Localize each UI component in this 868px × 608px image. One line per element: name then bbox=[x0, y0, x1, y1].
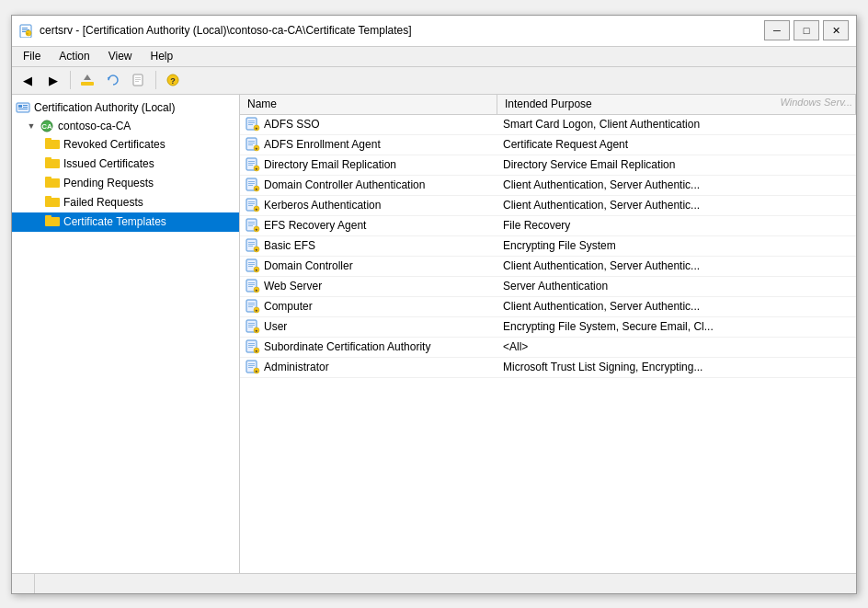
window-controls: ─ □ ✕ bbox=[764, 20, 849, 40]
export-icon bbox=[131, 73, 146, 87]
svg-rect-76 bbox=[248, 264, 255, 265]
svg-text:★: ★ bbox=[255, 227, 258, 232]
list-item[interactable]: ★ Directory Email Replication Directory … bbox=[240, 155, 856, 176]
list-item[interactable]: ★ ADFS SSO Smart Card Logon, Client Auth… bbox=[240, 115, 856, 135]
template-icon: ★ bbox=[246, 117, 260, 132]
svg-rect-88 bbox=[248, 304, 255, 305]
svg-rect-27 bbox=[45, 177, 51, 180]
list-item[interactable]: ★ ADFS Enrollment Agent Certificate Requ… bbox=[240, 135, 856, 155]
svg-rect-101 bbox=[248, 347, 253, 348]
svg-rect-45 bbox=[248, 161, 255, 162]
close-button[interactable]: ✕ bbox=[823, 20, 849, 40]
cell-purpose-adfs-sso: Smart Card Logon, Client Authentication bbox=[497, 116, 856, 132]
expand-arrow-icon: ▼ bbox=[27, 121, 36, 131]
cell-name-computer: ★ Computer bbox=[240, 297, 497, 315]
help-button[interactable]: ? bbox=[161, 69, 185, 91]
list-item[interactable]: ★ User Encrypting File System, Secure Em… bbox=[240, 317, 856, 338]
tree-root-ca-local[interactable]: Certification Authority (Local) bbox=[12, 98, 239, 117]
refresh-button[interactable] bbox=[101, 69, 125, 91]
svg-marker-7 bbox=[84, 75, 91, 80]
pending-label: Pending Requests bbox=[63, 177, 154, 189]
list-item[interactable]: ★ Subordinate Certification Authority <A… bbox=[240, 338, 856, 358]
svg-rect-29 bbox=[45, 196, 51, 200]
svg-rect-69 bbox=[248, 242, 255, 243]
menu-file[interactable]: File bbox=[16, 48, 48, 64]
menu-action[interactable]: Action bbox=[51, 48, 97, 64]
svg-rect-23 bbox=[45, 138, 51, 142]
refresh-icon bbox=[106, 73, 120, 87]
svg-text:★: ★ bbox=[26, 31, 29, 36]
issued-label: Issued Certificates bbox=[63, 157, 154, 170]
svg-rect-70 bbox=[248, 244, 255, 245]
template-icon: ★ bbox=[246, 319, 260, 334]
forward-button[interactable]: ▶ bbox=[41, 69, 65, 91]
svg-rect-87 bbox=[248, 303, 255, 304]
menu-bar: File Action View Help bbox=[12, 47, 856, 67]
template-icon: ★ bbox=[246, 339, 260, 354]
template-icon: ★ bbox=[246, 299, 260, 314]
svg-rect-59 bbox=[248, 205, 253, 206]
right-panel: Name Intended Purpose Windows Serv... bbox=[240, 95, 856, 573]
template-icon: ★ bbox=[246, 178, 260, 192]
tree-child-issued[interactable]: Issued Certificates bbox=[12, 155, 239, 174]
up-button[interactable] bbox=[75, 69, 99, 91]
toolbar: ◀ ▶ bbox=[12, 67, 856, 95]
svg-rect-65 bbox=[248, 225, 253, 226]
title-bar-left: ★ certsrv - [Certification Authority (Lo… bbox=[19, 23, 412, 38]
menu-view[interactable]: View bbox=[101, 48, 140, 64]
svg-text:★: ★ bbox=[255, 166, 258, 171]
svg-text:★: ★ bbox=[255, 308, 258, 313]
folder-icon-issued bbox=[45, 156, 60, 172]
ca-local-icon bbox=[16, 100, 30, 115]
svg-rect-100 bbox=[248, 345, 255, 346]
cell-purpose-user: Encrypting File System, Secure Email, Cl… bbox=[497, 318, 856, 335]
list-item[interactable]: ★ EFS Recovery Agent File Recovery bbox=[240, 216, 856, 236]
list-item[interactable]: ★ Administrator Microsoft Trust List Sig… bbox=[240, 358, 856, 378]
list-item[interactable]: ★ Web Server Server Authentication bbox=[240, 277, 856, 297]
tree-child-templates[interactable]: Certificate Templates bbox=[12, 212, 239, 232]
main-area: Certification Authority (Local) ▼ CA con… bbox=[12, 95, 856, 573]
svg-text:★: ★ bbox=[255, 126, 258, 131]
list-item[interactable]: ★ Basic EFS Encrypting File System bbox=[240, 236, 856, 257]
menu-help[interactable]: Help bbox=[143, 48, 181, 64]
svg-rect-75 bbox=[248, 262, 255, 263]
svg-rect-57 bbox=[248, 201, 255, 202]
svg-rect-25 bbox=[45, 157, 51, 161]
tree-node-contoso-label: contoso-ca-CA bbox=[58, 120, 131, 132]
cell-name-user: ★ User bbox=[240, 317, 497, 336]
maximize-button[interactable]: □ bbox=[794, 20, 819, 40]
col-header-purpose[interactable]: Intended Purpose Windows Serv... bbox=[497, 95, 856, 114]
svg-rect-17 bbox=[23, 105, 28, 106]
back-button[interactable]: ◀ bbox=[16, 69, 40, 91]
tree-child-pending[interactable]: Pending Requests bbox=[12, 174, 239, 193]
list-item[interactable]: ★ Kerberos Authentication Client Authent… bbox=[240, 196, 856, 216]
tree-node-contoso-ca[interactable]: ▼ CA contoso-ca-CA bbox=[12, 117, 239, 135]
col-header-name[interactable]: Name bbox=[240, 95, 497, 114]
tree-child-failed[interactable]: Failed Requests bbox=[12, 193, 239, 212]
cell-name-sub-ca: ★ Subordinate Certification Authority bbox=[240, 338, 497, 356]
minimize-button[interactable]: ─ bbox=[764, 20, 790, 40]
cell-name-dc-auth: ★ Domain Controller Authentication bbox=[240, 176, 497, 194]
folder-icon-templates bbox=[45, 214, 60, 230]
template-icon: ★ bbox=[246, 198, 260, 212]
svg-rect-34 bbox=[248, 122, 255, 123]
svg-rect-99 bbox=[248, 343, 255, 344]
cell-name-adfs-enroll: ★ ADFS Enrollment Agent bbox=[240, 135, 497, 154]
svg-rect-39 bbox=[248, 141, 255, 142]
svg-rect-51 bbox=[248, 181, 255, 182]
export-button[interactable] bbox=[127, 69, 151, 91]
cell-purpose-dc-auth: Client Authentication, Server Authentic.… bbox=[497, 177, 856, 193]
cell-purpose-adfs-enroll: Certificate Request Agent bbox=[497, 136, 856, 153]
list-item[interactable]: ★ Domain Controller Authentication Clien… bbox=[240, 176, 856, 196]
svg-text:★: ★ bbox=[255, 207, 258, 212]
list-item[interactable]: ★ Computer Client Authentication, Server… bbox=[240, 297, 856, 317]
cell-purpose-sub-ca: <All> bbox=[497, 338, 856, 355]
template-icon: ★ bbox=[246, 258, 260, 273]
list-item[interactable]: ★ Domain Controller Client Authenticatio… bbox=[240, 257, 856, 277]
template-icon: ★ bbox=[246, 157, 260, 172]
tree-child-revoked[interactable]: Revoked Certificates bbox=[12, 135, 239, 155]
cell-name-efs-recovery: ★ EFS Recovery Agent bbox=[240, 216, 497, 235]
toolbar-separator-1 bbox=[70, 71, 71, 89]
template-icon: ★ bbox=[246, 137, 260, 152]
cell-name-kerberos: ★ Kerberos Authentication bbox=[240, 196, 497, 214]
